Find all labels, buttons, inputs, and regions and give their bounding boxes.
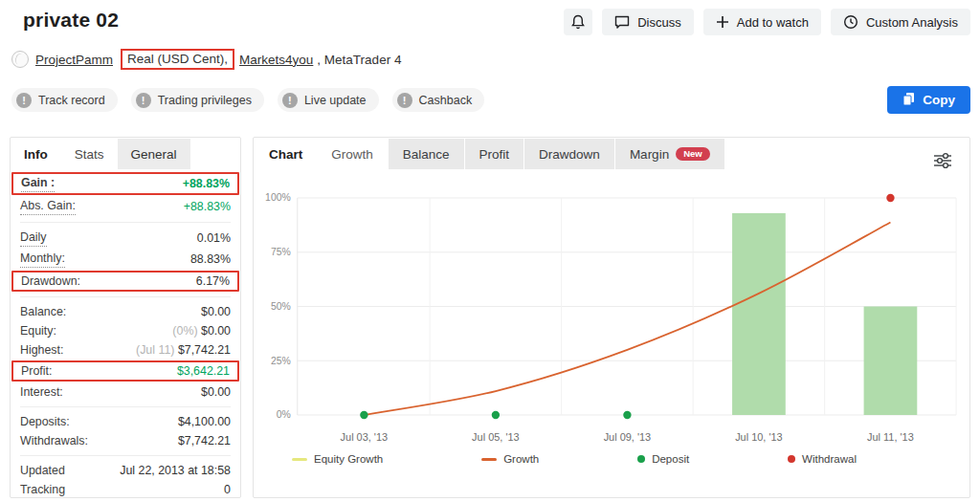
highest-label: Highest: [20,342,63,358]
highest-row: Highest: (Jul 11) $7,742.21 [11,340,240,360]
svg-text:Jul 10, '13: Jul 10, '13 [735,431,783,443]
legend-item-withdrawal[interactable]: Withdrawal [788,453,857,465]
tab-info[interactable]: Info [11,139,61,169]
legend-item-deposit[interactable]: Deposit [637,453,689,465]
account-type-label: Real (USD Cent), [127,52,228,66]
bell-icon [570,14,586,31]
withdrawals-label: Withdrawals: [20,433,88,448]
manager-link[interactable]: ProjectPamm [35,53,113,67]
legend-item-growth[interactable]: Growth [481,453,539,465]
highest-prefix: (Jul 11) [136,343,174,357]
cashback-label: Cashback [419,94,473,107]
deposits-value: $4,100.00 [178,414,231,429]
tab-drawdown[interactable]: Drawdown [523,139,614,169]
svg-text:0%: 0% [277,409,291,420]
page-header: private 02 Discuss Add to watch Custom A… [10,6,970,35]
chart-legend: Equity GrowthGrowthDepositWithdrawal [254,453,969,465]
tab-general[interactable]: General [118,139,190,169]
notifications-button[interactable] [564,9,592,35]
svg-text:50%: 50% [271,301,291,312]
svg-text:75%: 75% [271,247,291,257]
legend-item-equity-growth[interactable]: Equity Growth [292,453,383,465]
tab-stats[interactable]: Stats [61,139,118,169]
deposits-row: Deposits: $4,100.00 [11,412,240,431]
discuss-icon [614,15,630,30]
tab-profit[interactable]: Profit [464,139,524,169]
tab-growth[interactable]: Growth [317,139,388,169]
account-page: private 02 Discuss Add to watch Custom A… [0,0,980,502]
updated-row: Updated Jul 22, 2013 at 18:58 [11,461,240,480]
daily-row: Daily 0.01% [11,228,240,249]
divider [20,406,231,407]
info-rows: Gain : +88.83% Abs. Gain: +88.83% Daily … [11,169,240,499]
deposit-dot-icon [637,455,645,463]
copy-icon [902,92,915,109]
legend-label: Growth [503,453,539,465]
legend-label: Deposit [652,453,689,465]
account-type-highlight: Real (USD Cent), [121,49,234,70]
gain-label[interactable]: Gain : [21,175,55,192]
custom-analysis-button[interactable]: Custom Analysis [831,9,970,35]
legend-label: Equity Growth [314,453,383,465]
equity-label: Equity: [20,323,56,338]
equity-prefix: (0%) [172,324,197,338]
abs-gain-value: +88.83% [184,199,231,214]
abs-gain-label[interactable]: Abs. Gain: [20,198,76,215]
chart-settings-button[interactable] [929,148,956,176]
tracking-value: 0 [224,482,231,497]
profit-value: $3,642.21 [177,363,230,379]
info-panel: Info Stats General Gain : +88.83% Abs. G… [10,137,241,498]
new-badge: New [676,147,710,162]
add-to-watch-button[interactable]: Add to watch [703,9,821,35]
page-title: private 02 [23,9,119,32]
live-update-label: Live update [304,94,367,107]
legend-label: Withdrawal [802,453,857,465]
platform-label: , MetaTrader 4 [317,53,401,67]
discuss-button[interactable]: Discuss [602,9,694,35]
profit-row: Profit: $3,642.21 [11,360,239,382]
monthly-row: Monthly: 88.83% [11,249,240,270]
abs-gain-row: Abs. Gain: +88.83% [11,196,240,217]
account-logo [11,51,29,68]
daily-label[interactable]: Daily [20,229,47,247]
main-content: Info Stats General Gain : +88.83% Abs. G… [10,137,970,498]
equity-row: Equity: (0%) $0.00 [11,321,240,340]
broker-link[interactable]: Markets4you [239,53,313,67]
discuss-label: Discuss [637,15,681,30]
balance-row: Balance: $0.00 [11,302,240,321]
cashback-badge[interactable]: ! Cashback [392,88,485,112]
updated-label: Updated [20,463,65,478]
custom-analysis-label: Custom Analysis [866,15,958,30]
growth-line-icon [481,458,497,461]
svg-text:Jul 11, '13: Jul 11, '13 [867,431,914,443]
badges-row: ! Track record ! Trading privileges ! Li… [11,86,970,114]
gain-value: +88.83% [183,176,230,191]
highest-value: $7,742.21 [178,343,231,357]
tab-chart[interactable]: Chart [255,139,317,169]
monthly-value: 88.83% [190,251,231,267]
tracking-label: Tracking [20,482,65,497]
drawdown-value: 6.17% [196,273,230,289]
exclamation-icon: ! [136,93,151,108]
profit-label: Profit: [21,363,52,379]
withdrawals-value: $7,742.21 [178,433,231,448]
divider [20,222,231,223]
deposits-label: Deposits: [20,414,70,429]
interest-value: $0.00 [201,384,231,400]
copy-button[interactable]: Copy [887,86,970,114]
tab-margin-label: Margin [630,147,669,162]
track-record-badge[interactable]: ! Track record [11,88,118,112]
trading-privileges-badge[interactable]: ! Trading privileges [131,88,264,112]
equity-growth-line-icon [292,458,307,461]
exclamation-icon: ! [282,93,298,108]
tracking-row: Tracking 0 [11,480,240,499]
live-update-badge[interactable]: ! Live update [278,88,379,112]
svg-text:25%: 25% [271,356,291,366]
copy-label: Copy [923,93,955,107]
monthly-label[interactable]: Monthly: [20,251,65,268]
chart-tabs: Chart Growth Balance Profit Drawdown Mar… [255,139,969,169]
tab-balance[interactable]: Balance [388,139,464,169]
tab-margin[interactable]: Margin New [614,139,724,169]
svg-text:Jul 05, '13: Jul 05, '13 [472,431,520,443]
track-record-label: Track record [38,94,105,107]
